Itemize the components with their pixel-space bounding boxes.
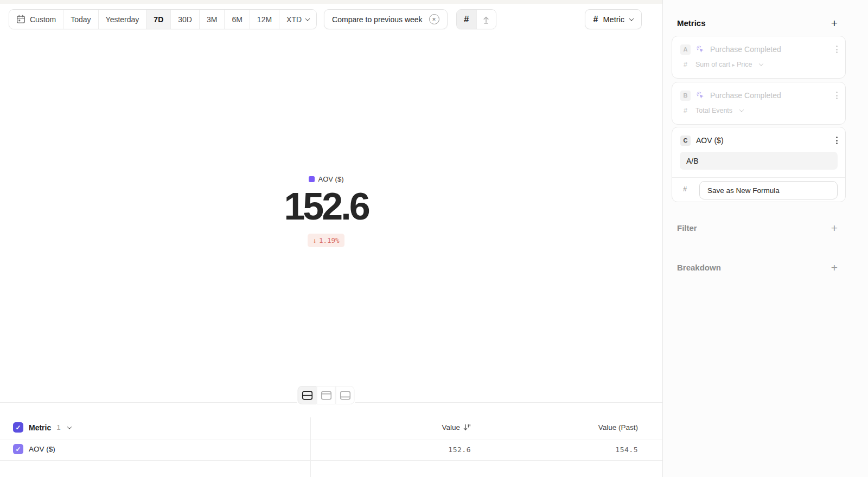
filter-section-header: Filter + — [677, 222, 838, 234]
save-as-new-formula-button[interactable]: Save as New Formula — [699, 181, 838, 199]
metrics-section-label: Metrics — [677, 18, 706, 28]
formula-title: AOV ($) — [696, 136, 724, 145]
metric-header-label: Metric — [29, 423, 51, 432]
date-range-3m[interactable]: 3M — [199, 10, 224, 29]
date-range-label: Custom — [30, 15, 56, 24]
aggregation-dropdown[interactable]: # Sum of cart ▸ Price — [682, 61, 763, 68]
table-header-divider — [0, 440, 662, 440]
query-builder-sidebar: Metrics + A Purchase Completed # Sum of — [663, 0, 868, 477]
bottom-panel-view-button[interactable] — [336, 386, 355, 404]
date-range-12m[interactable]: 12M — [250, 10, 279, 29]
chevron-down-icon — [629, 16, 634, 21]
annotations-button[interactable] — [476, 10, 496, 29]
filter-section-label: Filter — [677, 223, 697, 233]
formula-card-c[interactable]: C AOV ($) # Save as New Formula — [672, 127, 846, 202]
breakdown-section-header: Breakdown + — [677, 262, 838, 273]
bottom-panel-view-icon — [340, 391, 350, 400]
kebab-menu-icon[interactable] — [834, 134, 840, 146]
chevron-down-icon — [759, 61, 763, 66]
metric-badge-c: C — [680, 136, 691, 146]
hash-icon: # — [682, 107, 689, 114]
row-value-past: 154.5 — [615, 446, 638, 454]
date-range-control: Custom Today Yesterday 7D 30D 3M 6M 12M … — [9, 9, 317, 29]
metric-dropdown-button[interactable]: # Metric — [585, 9, 642, 29]
aggregation-label: Total Events — [695, 107, 732, 114]
aggregation-label: Sum of cart ▸ Price — [695, 61, 752, 68]
report-toolbar: Custom Today Yesterday 7D 30D 3M 6M 12M … — [9, 9, 642, 29]
analytics-app: Custom Today Yesterday 7D 30D 3M 6M 12M … — [0, 0, 868, 477]
table-metric-header: Metric 1 — [13, 422, 71, 433]
hash-icon: # — [464, 14, 469, 25]
add-breakdown-icon[interactable]: + — [831, 262, 838, 273]
chevron-down-icon[interactable] — [67, 424, 72, 429]
compare-chip-label: Compare to previous week — [332, 15, 423, 24]
row-value: 152.6 — [448, 446, 471, 454]
metric-event-name: Purchase Completed — [710, 91, 781, 100]
metric-card-a[interactable]: A Purchase Completed # Sum of cart ▸ Pri… — [672, 36, 846, 79]
split-view-button[interactable] — [298, 386, 317, 404]
number-format-button[interactable]: # — [457, 10, 476, 29]
row-checkbox[interactable] — [13, 444, 23, 454]
report-canvas: Custom Today Yesterday 7D 30D 3M 6M 12M … — [0, 0, 662, 477]
hash-icon: # — [683, 185, 687, 193]
table-row-divider — [0, 460, 662, 461]
hash-icon: # — [593, 15, 598, 24]
chevron-down-icon — [739, 107, 744, 112]
metric-badge-b: B — [680, 91, 691, 101]
kpi-block: AOV ($) 152.6 ↓ 1.19% — [0, 175, 652, 247]
event-click-icon — [696, 45, 705, 54]
date-range-yesterday[interactable]: Yesterday — [98, 10, 146, 29]
arrow-up-from-line-icon — [481, 15, 491, 24]
metric-event-name: Purchase Completed — [710, 45, 781, 54]
metrics-section-header: Metrics + — [677, 17, 838, 29]
table-column-divider — [310, 417, 311, 477]
metric-badge-a: A — [680, 44, 691, 55]
value-column-header[interactable]: Value — [442, 423, 471, 431]
legend-label: AOV ($) — [318, 175, 344, 183]
calendar-icon — [16, 15, 25, 24]
legend-swatch — [309, 176, 315, 182]
compare-chip[interactable]: Compare to previous week ✕ — [324, 9, 448, 29]
date-range-xtd[interactable]: XTD — [279, 10, 316, 29]
breadcrumb-arrow-icon: ▸ — [732, 62, 735, 68]
table-row: AOV ($) — [13, 444, 55, 454]
metric-count: 1 — [56, 423, 61, 431]
hash-icon: # — [682, 61, 689, 68]
card-inner-divider — [672, 177, 845, 178]
add-filter-icon[interactable]: + — [831, 222, 838, 234]
date-range-7d[interactable]: 7D — [146, 10, 170, 29]
value-format-toggle: # — [456, 9, 496, 29]
kpi-legend: AOV ($) — [0, 175, 652, 183]
metric-header-checkbox[interactable] — [13, 422, 23, 433]
event-click-icon — [696, 91, 705, 100]
kpi-change-badge: ↓ 1.19% — [308, 234, 344, 247]
metric-card-b[interactable]: B Purchase Completed # Total Events — [672, 82, 846, 125]
top-strip — [0, 0, 662, 4]
metric-dropdown-label: Metric — [603, 15, 624, 24]
top-panel-view-icon — [321, 391, 331, 400]
row-metric-name: AOV ($) — [29, 445, 55, 453]
formula-input[interactable] — [680, 152, 838, 170]
split-view-icon — [302, 391, 312, 400]
breakdown-section-label: Breakdown — [677, 263, 721, 272]
kpi-change-value: 1.19% — [319, 236, 340, 244]
kebab-menu-icon[interactable] — [834, 43, 840, 55]
date-range-6m[interactable]: 6M — [224, 10, 249, 29]
date-range-30d[interactable]: 30D — [170, 10, 199, 29]
date-range-custom[interactable]: Custom — [9, 10, 63, 29]
chevron-down-icon — [305, 16, 310, 21]
kebab-menu-icon[interactable] — [834, 89, 840, 101]
top-panel-view-button[interactable] — [317, 386, 336, 404]
aggregation-dropdown[interactable]: # Total Events — [682, 107, 743, 114]
remove-compare-icon[interactable]: ✕ — [429, 14, 439, 24]
date-range-today[interactable]: Today — [63, 10, 98, 29]
sort-descending-icon — [463, 424, 471, 431]
kpi-value: 152.6 — [0, 188, 652, 225]
value-past-column-header[interactable]: Value (Past) — [598, 423, 638, 431]
layout-toggle-group — [297, 385, 356, 405]
add-metric-icon[interactable]: + — [831, 17, 838, 29]
arrow-down-icon: ↓ — [312, 236, 317, 244]
